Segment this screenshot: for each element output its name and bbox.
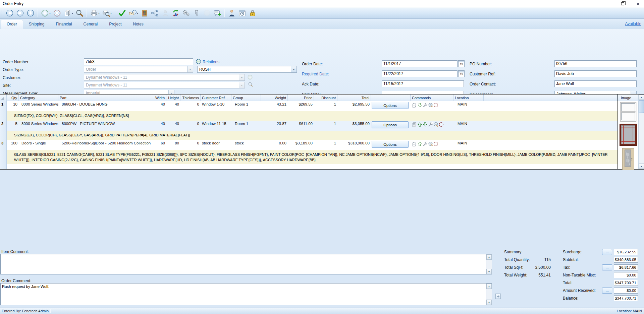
row-number-cell[interactable]: 3 (0, 140, 7, 164)
options-button[interactable]: Options (372, 141, 409, 148)
required-date-label[interactable]: Required Date: (302, 72, 329, 76)
column-header-height[interactable]: Height (166, 95, 180, 101)
column-header-price[interactable]: Price (288, 95, 314, 101)
document-library-icon[interactable] (140, 8, 149, 18)
item-comment-scrollbar[interactable]: ▲ ▼ (486, 254, 492, 274)
rush-combo[interactable]: RUSH ▼ (197, 66, 297, 73)
configure-icon[interactable] (181, 8, 191, 18)
lock-icon[interactable] (248, 8, 257, 18)
scrollbar-thumb[interactable] (639, 100, 644, 113)
command-up-icon[interactable] (417, 141, 422, 146)
add-comment-icon[interactable] (213, 8, 222, 18)
dropdown-caret-icon[interactable]: ▾ (72, 12, 73, 15)
command-wrench-icon[interactable] (428, 122, 433, 127)
column-header-part[interactable]: Part (58, 95, 152, 101)
command-wrench-icon[interactable] (423, 141, 428, 146)
available-link[interactable]: Available (625, 21, 641, 26)
ack-date-input[interactable] (382, 80, 464, 87)
required-date-calendar-button[interactable]: 15 (458, 70, 465, 77)
row-number-cell[interactable]: 1 (0, 101, 7, 121)
restore-button[interactable] (619, 1, 627, 7)
grid-scrollbar[interactable]: ▲ ▼ (638, 95, 644, 169)
tax-dots-button[interactable]: ... (602, 264, 612, 270)
site-combo[interactable]: Dynamet Windows - 11 ▼ (84, 82, 245, 88)
required-date-input[interactable] (382, 70, 458, 77)
relations-tree-icon[interactable] (150, 8, 160, 18)
grid-main-row[interactable]: 108000 Series Windows8660DH - DOUBLE HUN… (7, 101, 618, 111)
command-copy-icon[interactable] (412, 103, 417, 108)
add-icon[interactable]: ▾ (40, 8, 51, 18)
order-type-combo[interactable]: Order ▼ (84, 66, 193, 73)
options-button[interactable]: Options (372, 102, 409, 109)
scroll-down-icon[interactable]: ▼ (639, 164, 644, 169)
delete-icon[interactable] (52, 8, 62, 18)
forward-icon[interactable] (15, 8, 25, 18)
validate-icon[interactable] (117, 8, 127, 18)
command-tag-icon[interactable] (433, 122, 438, 127)
attachments-icon[interactable] (192, 8, 201, 18)
scroll-up-icon[interactable]: ▲ (639, 95, 644, 100)
back-icon[interactable] (5, 8, 14, 18)
scroll-down-icon[interactable]: ▼ (486, 300, 492, 305)
command-copy-icon[interactable] (412, 141, 417, 146)
order-date-calendar-button[interactable]: 15 (458, 60, 465, 67)
command-up-icon[interactable] (417, 122, 422, 127)
relations-link[interactable]: Relations (203, 60, 219, 64)
customer-ref-input[interactable] (554, 70, 637, 77)
command-down-icon[interactable] (423, 122, 428, 127)
column-header-width[interactable]: Width (152, 95, 166, 101)
dropdown-caret-icon[interactable]: ▾ (110, 12, 112, 15)
command-tag-icon[interactable] (428, 103, 433, 108)
column-header-weight[interactable]: Weight (261, 95, 288, 101)
dropdown-caret-icon[interactable]: ▾ (137, 12, 138, 15)
column-header-customer_ref[interactable]: Customer Ref (201, 95, 231, 101)
chevron-down-icon[interactable]: ▼ (291, 66, 297, 72)
print-preview-icon[interactable]: ▾ (101, 8, 112, 18)
column-header-thickness[interactable]: Thickness (180, 95, 201, 101)
find-icon[interactable] (75, 8, 84, 18)
column-header-category[interactable]: Category (19, 95, 58, 101)
chevron-down-icon[interactable]: ▼ (239, 74, 245, 80)
command-down-icon[interactable] (417, 103, 422, 108)
column-header-group[interactable]: Group (231, 95, 261, 101)
reprocess-icon[interactable] (171, 8, 180, 18)
tab-project[interactable]: Project (103, 20, 127, 29)
scroll-up-icon[interactable]: ▲ (486, 254, 492, 260)
tab-order[interactable]: Order (1, 20, 23, 29)
dropdown-caret-icon[interactable]: ▾ (49, 12, 51, 15)
minimize-button[interactable] (603, 1, 611, 7)
column-header-commands[interactable]: Commands (411, 95, 453, 101)
scroll-up-icon[interactable]: ▲ (486, 284, 492, 289)
command-wrench-icon[interactable] (423, 103, 428, 108)
customer-combo[interactable]: Dynamet Windows - 11 ▼ (84, 74, 245, 81)
order-contact-input[interactable] (554, 80, 637, 87)
detail-grid-button[interactable] (495, 294, 501, 299)
chevron-down-icon[interactable]: ▼ (187, 66, 193, 72)
add-customer-icon[interactable] (248, 75, 253, 80)
close-button[interactable]: × (634, 1, 642, 7)
tab-shipping[interactable]: Shipping (23, 20, 50, 29)
scroll-down-icon[interactable]: ▼ (486, 269, 492, 274)
grid-main-row[interactable]: 58000 Series Windows8000PW - PICTURE WIN… (7, 121, 618, 131)
order-comment-scrollbar[interactable]: ▲ ▼ (486, 284, 492, 305)
amount-received-dots-button[interactable]: ... (602, 288, 612, 294)
tab-general[interactable]: General (77, 20, 103, 29)
command-delete-icon[interactable] (433, 141, 438, 146)
column-header-discount[interactable]: Discount (314, 95, 337, 101)
send-email-icon[interactable]: ▾ (128, 8, 139, 18)
order-comment-textarea[interactable]: Rush request by Jane Wolf. (1, 284, 486, 305)
surcharge-dots-button[interactable]: ... (602, 249, 612, 255)
po-number-input[interactable] (554, 60, 637, 67)
contact-icon[interactable] (227, 8, 236, 18)
column-header-total[interactable]: Total (337, 95, 371, 101)
order-number-input[interactable] (84, 58, 193, 65)
tab-notes[interactable]: Notes (127, 20, 149, 29)
command-delete-icon[interactable] (439, 122, 444, 127)
command-tag-icon[interactable] (428, 141, 433, 146)
print-icon[interactable]: ▾ (89, 8, 100, 18)
tab-financial[interactable]: Financial (50, 20, 77, 29)
column-header-qty[interactable]: Qty (7, 95, 19, 101)
options-button[interactable]: Options (372, 121, 409, 128)
item-comment-textarea[interactable] (1, 254, 486, 274)
column-header-location[interactable]: Location (453, 95, 484, 101)
